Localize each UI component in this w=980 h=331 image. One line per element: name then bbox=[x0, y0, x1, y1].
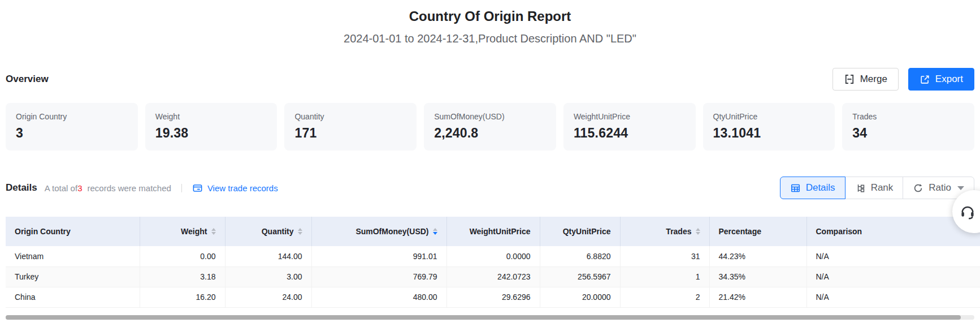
card-weight: Weight 19.38 bbox=[145, 103, 277, 151]
match-count: 3 bbox=[77, 183, 82, 193]
card-value: 171 bbox=[294, 126, 406, 141]
column-header-trades[interactable]: Trades bbox=[620, 217, 709, 246]
view-trade-records-label: View trade records bbox=[207, 183, 278, 193]
card-value: 3 bbox=[16, 126, 128, 141]
card-label: Trades bbox=[852, 112, 964, 121]
table-cell: 44.23% bbox=[709, 246, 806, 266]
origin-report-table: Origin Country Weight Quantity SumOfMone… bbox=[6, 217, 980, 308]
export-icon bbox=[920, 74, 930, 85]
table-header-row: Origin Country Weight Quantity SumOfMone… bbox=[6, 217, 980, 246]
table-cell: 480.00 bbox=[311, 287, 446, 307]
column-label: Weight bbox=[181, 227, 207, 236]
table-cell: 3.18 bbox=[140, 266, 225, 287]
table-cell: N/A bbox=[806, 266, 980, 287]
table-cell: N/A bbox=[806, 246, 980, 266]
divider bbox=[181, 184, 182, 192]
table-cell: 144.00 bbox=[225, 246, 311, 266]
details-heading: Details bbox=[6, 182, 37, 194]
overview-toolbar: Overview Merge Export bbox=[6, 68, 974, 91]
table-cell: 769.79 bbox=[311, 266, 446, 287]
column-label: Trades bbox=[666, 227, 691, 236]
refresh-circle-icon bbox=[913, 183, 923, 194]
table-row-china: China 16.20 24.00 480.00 29.6296 20.0000… bbox=[6, 287, 980, 307]
tab-rank[interactable]: Rank bbox=[845, 177, 904, 199]
card-value: 34 bbox=[852, 126, 964, 141]
table-cell: 991.01 bbox=[311, 246, 446, 266]
table-cell: 2 bbox=[620, 287, 709, 307]
tab-details-label: Details bbox=[806, 182, 835, 194]
table-cell: 21.42% bbox=[709, 287, 806, 307]
card-qty-unit-price: QtyUnitPrice 13.1041 bbox=[703, 103, 835, 151]
chevron-down-icon bbox=[957, 186, 964, 190]
card-quantity: Quantity 171 bbox=[284, 103, 417, 151]
card-label: Quantity bbox=[294, 112, 406, 121]
card-sum-of-money: SumOfMoney(USD) 2,240.8 bbox=[424, 103, 556, 151]
table-cell: 16.20 bbox=[140, 287, 225, 307]
column-header-quantity[interactable]: Quantity bbox=[225, 217, 311, 246]
column-label: Comparison bbox=[816, 227, 862, 236]
card-label: Weight bbox=[155, 112, 267, 121]
card-value: 2,240.8 bbox=[434, 126, 546, 141]
overview-heading: Overview bbox=[6, 74, 49, 85]
column-label: SumOfMoney(USD) bbox=[355, 227, 428, 236]
table-row-vietnam: Vietnam 0.00 144.00 991.01 0.0000 6.8820… bbox=[6, 246, 980, 266]
merge-button[interactable]: Merge bbox=[832, 68, 899, 91]
table-cell: N/A bbox=[806, 287, 980, 307]
column-label: Percentage bbox=[719, 227, 761, 236]
card-trades: Trades 34 bbox=[842, 103, 974, 151]
rank-hierarchy-icon bbox=[855, 183, 866, 194]
card-value: 19.38 bbox=[155, 126, 267, 141]
card-value: 13.1041 bbox=[713, 126, 825, 141]
tab-rank-label: Rank bbox=[871, 182, 894, 194]
table-cell: 6.8820 bbox=[540, 246, 620, 266]
tab-details[interactable]: Details bbox=[780, 177, 845, 199]
trade-records-icon bbox=[192, 183, 203, 194]
column-header-percentage: Percentage bbox=[709, 217, 806, 246]
table-cell: 0.0000 bbox=[446, 246, 540, 266]
table-cell: 31 bbox=[620, 246, 709, 266]
card-label: SumOfMoney(USD) bbox=[434, 112, 546, 121]
page-title: Country Of Origin Report bbox=[0, 0, 980, 24]
merge-button-label: Merge bbox=[860, 74, 887, 85]
column-header-qty-unit-price: QtyUnitPrice bbox=[540, 217, 620, 246]
table-cell: 3.00 bbox=[225, 266, 311, 287]
match-summary-prefix: A total of bbox=[45, 183, 77, 193]
tab-ratio-label: Ratio bbox=[929, 182, 951, 194]
sort-icon-active-desc[interactable] bbox=[433, 228, 437, 235]
toolbar-buttons: Merge Export bbox=[832, 68, 974, 91]
sort-icon[interactable] bbox=[211, 228, 216, 235]
sort-icon[interactable] bbox=[298, 228, 302, 235]
column-label: Quantity bbox=[262, 227, 294, 236]
table-cell: 24.00 bbox=[225, 287, 311, 307]
headset-icon bbox=[959, 203, 976, 220]
horizontal-scrollbar-thumb[interactable] bbox=[6, 315, 961, 320]
card-label: WeightUnitPrice bbox=[574, 112, 686, 121]
view-switcher: Details Rank Ratio bbox=[780, 177, 974, 199]
column-header-weight[interactable]: Weight bbox=[140, 217, 225, 246]
card-value: 115.6244 bbox=[574, 126, 686, 141]
table-cell: 20.0000 bbox=[540, 287, 620, 307]
match-summary-suffix: records were matched bbox=[87, 183, 171, 193]
export-button[interactable]: Export bbox=[908, 68, 974, 91]
column-header-origin-country: Origin Country bbox=[6, 217, 140, 246]
column-header-weight-unit-price: WeightUnitPrice bbox=[446, 217, 540, 246]
sort-icon[interactable] bbox=[696, 228, 700, 235]
card-label: Origin Country bbox=[16, 112, 128, 121]
card-label: QtyUnitPrice bbox=[713, 112, 825, 121]
table-grid-icon bbox=[790, 183, 801, 194]
export-button-label: Export bbox=[935, 74, 963, 85]
card-origin-country: Origin Country 3 bbox=[6, 103, 138, 151]
table-cell: 242.0723 bbox=[446, 266, 540, 287]
view-trade-records-link[interactable]: View trade records bbox=[192, 183, 278, 194]
column-label: WeightUnitPrice bbox=[470, 227, 531, 236]
table-cell: China bbox=[6, 287, 140, 307]
column-header-sum-of-money[interactable]: SumOfMoney(USD) bbox=[311, 217, 446, 246]
table-cell: 1 bbox=[620, 266, 709, 287]
table-cell: Vietnam bbox=[6, 246, 140, 266]
table-cell: Turkey bbox=[6, 266, 140, 287]
table-row-turkey: Turkey 3.18 3.00 769.79 242.0723 256.596… bbox=[6, 266, 980, 287]
report-subtitle: 2024-01-01 to 2024-12-31,Product Descrip… bbox=[0, 32, 980, 45]
horizontal-scrollbar-track[interactable] bbox=[6, 315, 974, 320]
column-label: QtyUnitPrice bbox=[563, 227, 611, 236]
details-summary: Details A total of 3 records were matche… bbox=[6, 182, 278, 194]
